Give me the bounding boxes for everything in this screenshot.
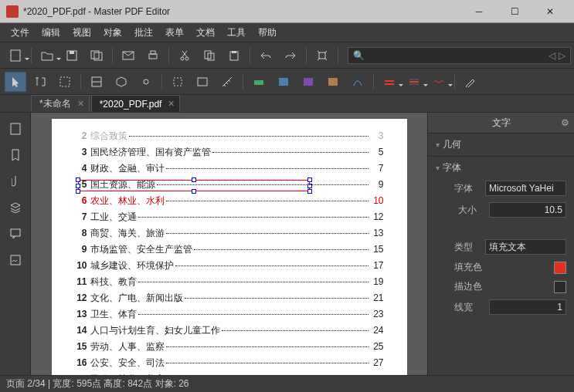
save-button[interactable] [61, 46, 83, 66]
new-file-button[interactable] [5, 46, 26, 66]
menu-视图[interactable]: 视图 [66, 25, 97, 41]
tab-label: *未命名 [39, 97, 71, 110]
undo-button[interactable] [255, 46, 277, 66]
document-area[interactable]: 2综合致策33国民经济管理、国有资产监管54财政、金融、审计75国土资源、能源9… [31, 113, 427, 375]
fill-label: 填充色 [454, 261, 493, 274]
svg-rect-7 [151, 51, 155, 54]
font-section[interactable]: 字体 [436, 161, 566, 174]
panel-settings-icon[interactable]: ⚙ [561, 117, 569, 128]
search-prev-icon[interactable]: ◁ [549, 50, 555, 61]
toc-row: 15劳动、人事、监察25 [75, 340, 384, 353]
crop-tool[interactable] [167, 72, 189, 92]
geometry-section[interactable]: 几何 [436, 138, 566, 151]
thumbnails-button[interactable] [4, 117, 27, 140]
print-button[interactable] [142, 46, 164, 66]
zoom-fit-button[interactable] [311, 46, 333, 66]
stroke-color-swatch[interactable] [554, 281, 566, 293]
select-tool[interactable] [5, 72, 26, 92]
search-icon: 🔍 [353, 50, 365, 61]
tab-close-icon[interactable]: ✕ [77, 99, 84, 109]
edit-object-tool[interactable] [110, 72, 132, 92]
fill-color-swatch[interactable] [554, 262, 566, 274]
toc-row: 3国民经济管理、国有资产监管5 [75, 146, 384, 159]
svg-rect-21 [304, 78, 313, 86]
tab-close-icon[interactable]: ✕ [168, 99, 175, 109]
highlight-tool[interactable] [248, 72, 270, 92]
svg-rect-14 [319, 52, 325, 59]
note-tool[interactable] [273, 72, 294, 92]
bookmarks-button[interactable] [4, 144, 27, 167]
link-tool[interactable] [135, 72, 157, 92]
document-tab[interactable]: *未命名✕ [31, 95, 90, 112]
open-file-button[interactable] [36, 46, 58, 66]
toc-row: 4财政、金融、审计7 [75, 162, 384, 175]
shape-tool[interactable] [322, 72, 344, 92]
squiggly-tool[interactable] [428, 72, 450, 92]
layers-button[interactable] [4, 196, 27, 219]
size-input[interactable] [489, 202, 566, 218]
underline-tool[interactable] [379, 72, 400, 92]
save-as-button[interactable] [86, 46, 107, 66]
comments-button[interactable] [4, 222, 27, 245]
toc-row: 14人口与计划生育、妇女儿童工作24 [75, 324, 384, 337]
toc-row: 12文化、广电、新闻出版21 [75, 292, 384, 305]
toc-row: 10城乡建设、环境保护17 [75, 259, 384, 272]
stamp-tool[interactable] [297, 72, 319, 92]
app-logo [6, 5, 19, 18]
close-window-button[interactable]: ✕ [532, 0, 568, 23]
svg-rect-22 [328, 78, 338, 86]
edit-toolbar [0, 68, 574, 94]
edit-forms-tool[interactable] [86, 72, 107, 92]
pdf-page: 2综合致策33国民经济管理、国有资产监管54财政、金融、审计75国土资源、能源9… [52, 119, 407, 375]
text-select-tool[interactable] [29, 72, 51, 92]
tab-label: *2020_PDF.pdf [100, 99, 162, 110]
menu-批注[interactable]: 批注 [128, 25, 159, 41]
paste-button[interactable] [223, 46, 245, 66]
pencil-tool[interactable] [460, 72, 481, 92]
svg-rect-0 [11, 50, 20, 61]
svg-point-8 [181, 57, 184, 60]
toc-row: 7工业、交通12 [75, 211, 384, 224]
menu-bar: 文件编辑视图对象批注表单文档工具帮助 [0, 23, 574, 42]
menu-工具[interactable]: 工具 [221, 25, 252, 41]
menu-编辑[interactable]: 编辑 [36, 25, 66, 41]
linewidth-input[interactable] [489, 299, 566, 315]
edit-text-tool[interactable] [54, 72, 76, 92]
svg-rect-24 [11, 229, 20, 236]
menu-文档[interactable]: 文档 [190, 25, 221, 41]
toc-row: 13卫生、体育23 [75, 308, 384, 321]
svg-rect-23 [11, 123, 20, 134]
email-button[interactable] [117, 46, 139, 66]
search-next-icon[interactable]: ▷ [559, 50, 566, 61]
main-toolbar: 🔍 ◁ ▷ [0, 42, 574, 68]
menu-对象[interactable]: 对象 [97, 25, 128, 41]
font-input[interactable] [485, 181, 566, 196]
minimize-button[interactable]: ─ [461, 0, 497, 23]
redo-button[interactable] [280, 46, 301, 66]
attachments-button[interactable] [4, 170, 27, 193]
menu-表单[interactable]: 表单 [159, 25, 190, 41]
measure-tool[interactable] [216, 72, 238, 92]
menu-文件[interactable]: 文件 [5, 25, 36, 41]
svg-rect-15 [60, 77, 70, 86]
draw-tool[interactable] [347, 72, 369, 92]
svg-rect-20 [279, 78, 288, 86]
cut-button[interactable] [174, 46, 195, 66]
linewidth-label: 线宽 [454, 301, 485, 314]
svg-rect-6 [149, 54, 157, 59]
signatures-button[interactable] [4, 248, 27, 272]
stroke-label: 描边色 [454, 280, 493, 293]
svg-rect-17 [174, 78, 182, 86]
maximize-button[interactable]: ☐ [497, 0, 532, 23]
search-input[interactable] [368, 50, 545, 61]
svg-rect-18 [198, 78, 207, 86]
document-tab[interactable]: *2020_PDF.pdf✕ [91, 95, 181, 112]
menu-帮助[interactable]: 帮助 [252, 25, 283, 41]
rect-tool[interactable] [192, 72, 213, 92]
search-box[interactable]: 🔍 ◁ ▷ [348, 47, 571, 64]
side-toolbar [0, 113, 31, 375]
status-text: 页面 2/34 | 宽度: 595点 高度: 842点 对象: 26 [6, 377, 189, 390]
copy-button[interactable] [199, 46, 220, 66]
type-input[interactable] [485, 239, 566, 255]
strikeout-tool[interactable] [403, 72, 425, 92]
